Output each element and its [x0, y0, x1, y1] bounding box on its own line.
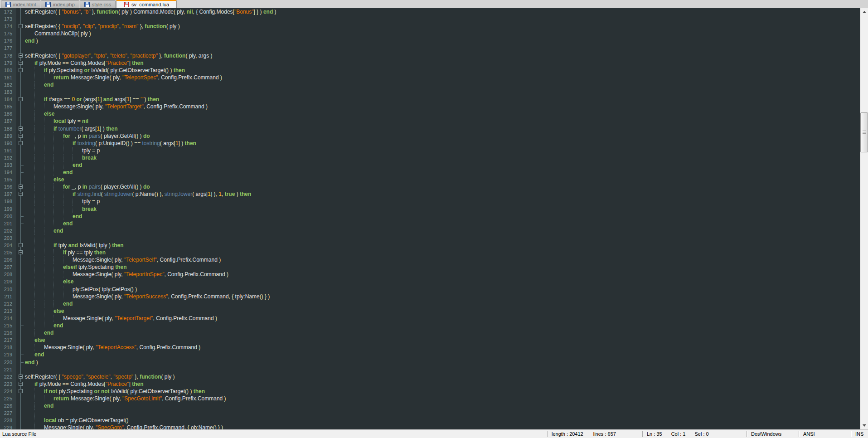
code-line[interactable]: 218Message:Single( ply, "TeleportAccess"…	[0, 344, 860, 351]
fold-collapse-icon[interactable]	[19, 97, 23, 101]
fold-collapse-icon[interactable]	[19, 68, 23, 72]
code-line[interactable]: 210ply:SetPos( tply:GetPos() )	[0, 286, 860, 293]
line-number[interactable]: 215	[0, 322, 16, 329]
code-line[interactable]: 222self:Register( { "specgo", "spectele"…	[0, 373, 860, 380]
line-number[interactable]: 208	[0, 271, 16, 278]
line-number[interactable]: 193	[0, 161, 16, 169]
line-number[interactable]: 188	[0, 125, 16, 132]
scroll-up-button[interactable]	[860, 8, 868, 16]
fold-margin[interactable]	[16, 169, 25, 176]
code-line[interactable]: 214Message:Single( ply, "TeleportTarget"…	[0, 315, 860, 322]
scroll-down-button[interactable]	[860, 422, 868, 429]
fold-margin[interactable]	[16, 183, 25, 190]
code-line[interactable]: 184if #args == 0 or (args[1] and args[1]…	[0, 96, 860, 103]
line-number[interactable]: 198	[0, 198, 16, 205]
fold-margin[interactable]	[16, 249, 25, 256]
line-number[interactable]: 200	[0, 213, 16, 220]
fold-margin[interactable]	[16, 307, 25, 315]
fold-collapse-icon[interactable]	[19, 192, 23, 196]
fold-margin[interactable]	[16, 190, 25, 198]
code-line[interactable]: 194end	[0, 169, 860, 176]
code-line[interactable]: 190if tostring( p:UniqueID() ) == tostri…	[0, 140, 860, 147]
fold-collapse-icon[interactable]	[19, 54, 23, 58]
line-number[interactable]: 181	[0, 74, 16, 81]
fold-margin[interactable]	[16, 409, 25, 417]
code-line[interactable]: 213else	[0, 307, 860, 315]
code-line[interactable]: 192break	[0, 154, 860, 161]
line-number[interactable]: 173	[0, 15, 16, 23]
fold-margin[interactable]	[16, 388, 25, 395]
fold-margin[interactable]	[16, 293, 25, 300]
line-number[interactable]: 224	[0, 388, 16, 395]
fold-margin[interactable]	[16, 234, 25, 242]
fold-margin[interactable]	[16, 161, 25, 169]
fold-margin[interactable]	[16, 110, 25, 117]
fold-margin[interactable]	[16, 81, 25, 88]
fold-margin[interactable]	[16, 263, 25, 271]
fold-collapse-icon[interactable]	[19, 134, 23, 138]
line-number[interactable]: 183	[0, 88, 16, 96]
code-line[interactable]: 226end	[0, 402, 860, 409]
fold-margin[interactable]	[16, 140, 25, 147]
fold-margin[interactable]	[16, 417, 25, 424]
fold-margin[interactable]	[16, 220, 25, 227]
code-line[interactable]: 202end	[0, 227, 860, 234]
tab-index.php[interactable]: index.php	[41, 0, 79, 8]
code-line[interactable]: 204if tply and IsValid( tply ) then	[0, 242, 860, 249]
line-number[interactable]: 217	[0, 336, 16, 344]
line-number[interactable]: 228	[0, 417, 16, 424]
line-number[interactable]: 191	[0, 147, 16, 154]
line-number[interactable]: 221	[0, 366, 16, 373]
code-line[interactable]: 181return Message:Single( ply, "Teleport…	[0, 74, 860, 81]
status-insert-mode[interactable]: INS	[855, 430, 863, 438]
fold-margin[interactable]	[16, 44, 25, 52]
fold-margin[interactable]	[16, 103, 25, 110]
line-number[interactable]: 225	[0, 395, 16, 402]
fold-margin[interactable]	[16, 336, 25, 344]
line-number[interactable]: 197	[0, 190, 16, 198]
code-line[interactable]: 205if ply == tply then	[0, 249, 860, 256]
code-line[interactable]: 183	[0, 88, 860, 96]
line-number[interactable]: 223	[0, 380, 16, 388]
fold-margin[interactable]	[16, 278, 25, 285]
line-number[interactable]: 226	[0, 402, 16, 409]
code-line[interactable]: 216end	[0, 329, 860, 336]
code-line[interactable]: 223if ply.Mode == Config.Modes["Practice…	[0, 380, 860, 388]
fold-margin[interactable]	[16, 315, 25, 322]
fold-margin[interactable]	[16, 88, 25, 96]
line-number[interactable]: 203	[0, 234, 16, 242]
line-number[interactable]: 210	[0, 286, 16, 293]
fold-margin[interactable]	[16, 198, 25, 205]
fold-margin[interactable]	[16, 67, 25, 74]
fold-margin[interactable]	[16, 30, 25, 37]
fold-margin[interactable]	[16, 176, 25, 183]
code-line[interactable]: 173	[0, 15, 860, 23]
code-line[interactable]: 200end	[0, 213, 860, 220]
code-line[interactable]: 203	[0, 234, 860, 242]
scrollbar-thumb[interactable]	[860, 112, 868, 152]
tab-index.html[interactable]: index.html	[1, 0, 40, 8]
vertical-scrollbar[interactable]	[860, 8, 868, 429]
code-line[interactable]: 219end	[0, 351, 860, 358]
line-number[interactable]: 218	[0, 344, 16, 351]
fold-margin[interactable]	[16, 344, 25, 351]
line-number[interactable]: 172	[0, 8, 16, 15]
fold-margin[interactable]	[16, 351, 25, 358]
code-line[interactable]: 174self:Register( { "noclip", "clip", "p…	[0, 23, 860, 30]
code-line[interactable]: 212end	[0, 300, 860, 307]
line-number[interactable]: 196	[0, 183, 16, 190]
line-number[interactable]: 182	[0, 81, 16, 88]
code-line[interactable]: 208Message:Single( ply, "TeleportInSpec"…	[0, 271, 860, 278]
line-number[interactable]: 190	[0, 140, 16, 147]
fold-margin[interactable]	[16, 96, 25, 103]
line-number[interactable]: 205	[0, 249, 16, 256]
code-line[interactable]: 182end	[0, 81, 860, 88]
fold-collapse-icon[interactable]	[19, 61, 23, 65]
code-line[interactable]: 179if ply.Mode == Config.Modes["Practice…	[0, 59, 860, 67]
fold-collapse-icon[interactable]	[19, 141, 23, 145]
line-number[interactable]: 178	[0, 52, 16, 59]
code-line[interactable]: 199break	[0, 205, 860, 213]
fold-margin[interactable]	[16, 424, 25, 429]
line-number[interactable]: 195	[0, 176, 16, 183]
fold-margin[interactable]	[16, 227, 25, 234]
